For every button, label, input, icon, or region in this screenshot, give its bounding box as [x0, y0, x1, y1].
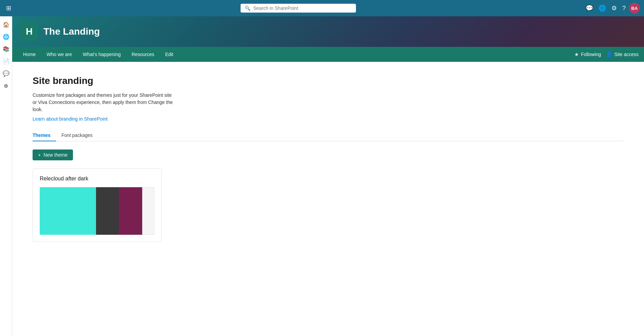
- top-bar: ⊞ 🔍 💬 🌐 ⚙ ? BA: [0, 0, 644, 16]
- site-logo: H: [20, 23, 38, 40]
- sidebar-item-add[interactable]: ⊕: [1, 80, 12, 91]
- nav-left: Home Who we are What's happening Resourc…: [18, 47, 179, 62]
- main-content: Site branding Customize font packages an…: [12, 62, 644, 336]
- color-swatch-1: [40, 187, 96, 235]
- nav-item-whats-happening[interactable]: What's happening: [77, 47, 126, 62]
- sidebar: 🏠 🌐 📚 📄 💬 ⊕: [0, 16, 12, 336]
- search-input[interactable]: [253, 5, 352, 11]
- color-swatch-2: [96, 187, 118, 235]
- site-access-icon: 👤: [606, 52, 612, 57]
- sidebar-item-library[interactable]: 📚: [1, 43, 12, 54]
- top-bar-left: ⊞: [4, 2, 13, 14]
- site-access-label: Site access: [614, 52, 639, 57]
- network-icon[interactable]: 🌐: [596, 2, 608, 14]
- page-title: Site branding: [33, 75, 624, 86]
- comment-icon[interactable]: 💬: [584, 2, 595, 14]
- nav-right: ★ Following 👤 Site access: [574, 52, 639, 57]
- top-bar-right: 💬 🌐 ⚙ ? BA: [584, 2, 640, 14]
- new-theme-button[interactable]: + New theme: [33, 149, 73, 160]
- sidebar-item-home[interactable]: 🏠: [1, 19, 12, 30]
- tab-font-packages[interactable]: Font packages: [56, 130, 98, 141]
- avatar[interactable]: BA: [629, 3, 640, 14]
- sidebar-item-document[interactable]: 📄: [1, 56, 12, 67]
- plus-icon: +: [38, 152, 41, 158]
- nav-item-who-we-are[interactable]: Who we are: [41, 47, 77, 62]
- sidebar-item-globe[interactable]: 🌐: [1, 31, 12, 42]
- site-access-button[interactable]: 👤 Site access: [606, 52, 639, 57]
- nav-item-home[interactable]: Home: [18, 47, 41, 62]
- search-box-container: 🔍: [241, 4, 356, 13]
- following-label: Following: [581, 52, 601, 57]
- waffle-icon[interactable]: ⊞: [4, 2, 13, 14]
- site-title: The Landing: [43, 26, 100, 37]
- new-theme-label: New theme: [43, 152, 68, 158]
- page-description: Customize font packages and themes just …: [33, 92, 175, 113]
- nav-item-resources[interactable]: Resources: [126, 47, 160, 62]
- tab-themes[interactable]: Themes: [33, 130, 56, 141]
- nav-item-edit[interactable]: Edit: [160, 47, 179, 62]
- nav-bar: Home Who we are What's happening Resourc…: [12, 47, 644, 62]
- help-icon[interactable]: ?: [620, 3, 628, 14]
- sidebar-item-chat[interactable]: 💬: [1, 68, 12, 79]
- color-swatch-3: [119, 187, 142, 235]
- learn-link[interactable]: Learn about branding in SharePoint: [33, 116, 108, 122]
- following-button[interactable]: ★ Following: [574, 52, 601, 57]
- search-icon: 🔍: [245, 5, 250, 11]
- theme-card-title: Relecloud after dark: [40, 176, 154, 182]
- site-header: H The Landing: [12, 16, 644, 47]
- settings-icon[interactable]: ⚙: [609, 2, 619, 14]
- color-swatch-4: [142, 187, 154, 235]
- color-swatches: [40, 187, 154, 235]
- star-icon: ★: [574, 52, 579, 57]
- theme-card: Relecloud after dark: [33, 169, 162, 242]
- tabs: Themes Font packages: [33, 130, 624, 141]
